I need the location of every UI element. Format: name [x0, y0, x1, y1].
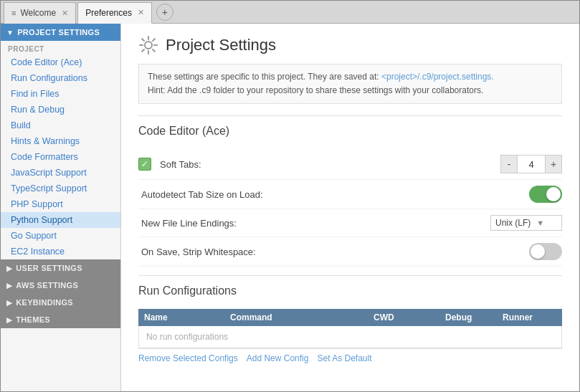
chevron-down-icon: ▼ [6, 29, 14, 37]
info-text-line1: These settings are specific to this proj… [148, 70, 553, 84]
tab-size-stepper: - 4 + [500, 155, 562, 173]
sidebar-item-code-formatters-label: Code Formatters [11, 152, 78, 162]
sidebar-item-find-in-files-label: Find in Files [11, 89, 59, 99]
tab-preferences[interactable]: Preferences ✕ [77, 2, 152, 24]
line-endings-dropdown[interactable]: Unix (LF) ▼ [490, 215, 562, 231]
info-box: These settings are specific to this proj… [138, 64, 562, 104]
sidebar-section-project-settings: ▼ PROJECT SETTINGS PROJECT Code Editor (… [1, 24, 120, 259]
sidebar-item-run-debug[interactable]: Run & Debug [1, 102, 120, 118]
soft-tabs-label: Soft Tabs: [157, 159, 500, 170]
strip-whitespace-label: On Save, Strip Whitespace: [138, 247, 529, 257]
gear-icon [138, 35, 158, 55]
soft-tabs-checkbox[interactable]: ✓ [138, 158, 151, 171]
sidebar-section-header-aws[interactable]: ▶ AWS SETTINGS [1, 277, 120, 294]
sidebar-item-code-editor[interactable]: Code Editor (Ace) [1, 54, 120, 70]
strip-whitespace-control [529, 243, 562, 260]
tab-welcome-label: Welcome [20, 8, 56, 18]
setting-row-line-endings: New File Line Endings: Unix (LF) ▼ [138, 209, 562, 237]
col-runner: Runner [503, 312, 574, 322]
stepper-decrement-button[interactable]: - [501, 156, 517, 173]
toggle-knob [546, 187, 561, 201]
remove-selected-configs-link[interactable]: Remove Selected Configs [138, 353, 238, 363]
sidebar-item-go-support[interactable]: Go Support [1, 228, 120, 244]
chevron-right-icon-themes: ▶ [6, 316, 12, 324]
col-command: Command [230, 312, 374, 322]
section-title-code-editor: Code Editor (Ace) [138, 125, 562, 138]
tab-bar: ≡ Welcome ✕ Preferences ✕ + [1, 1, 579, 24]
sidebar-section-header-project[interactable]: ▼ PROJECT SETTINGS [1, 24, 120, 41]
minus-icon: - [508, 158, 511, 170]
sidebar-item-find-in-files[interactable]: Find in Files [1, 86, 120, 102]
page-title: Project Settings [166, 36, 276, 54]
tab-welcome[interactable]: ≡ Welcome ✕ [4, 2, 76, 24]
sidebar-item-php-support-label: PHP Support [11, 199, 63, 209]
autodetect-control [529, 186, 562, 203]
stepper-control: - 4 + [500, 155, 562, 173]
stepper-increment-button[interactable]: + [546, 156, 561, 173]
run-config-table-header: Name Command CWD Debug Runner Default [138, 309, 562, 326]
stepper-value[interactable]: 4 [517, 156, 546, 173]
line-endings-label: New File Line Endings: [138, 218, 490, 229]
app-container: ≡ Welcome ✕ Preferences ✕ + ▼ PROJECT SE… [0, 0, 580, 392]
welcome-tab-icon: ≡ [11, 9, 16, 17]
info-hint: Hint: Add the .c9 folder to your reposit… [148, 84, 553, 97]
add-new-config-link[interactable]: Add New Config [247, 353, 309, 363]
col-name: Name [144, 312, 230, 322]
setting-row-strip-whitespace: On Save, Strip Whitespace: [138, 237, 562, 267]
set-as-default-link[interactable]: Set As Default [317, 353, 371, 363]
run-config-empty-message: No run configurations [138, 326, 562, 348]
sidebar-item-python-support-label: Python Support [11, 215, 72, 225]
tab-preferences-label: Preferences [85, 8, 132, 18]
strip-whitespace-toggle[interactable] [529, 243, 562, 260]
chevron-right-icon-aws: ▶ [6, 282, 12, 290]
chevron-right-icon: ▶ [6, 264, 12, 272]
sidebar-section-aws-label: AWS SETTINGS [16, 281, 78, 290]
dropdown-arrow-icon: ▼ [536, 219, 544, 227]
info-path: <project>/.c9/project.settings. [381, 72, 494, 82]
col-default: Default [574, 312, 579, 322]
sidebar-item-typescript-support[interactable]: TypeScript Support [1, 181, 120, 196]
content-area: Project Settings These settings are spec… [121, 24, 579, 391]
sidebar-section-aws-settings: ▶ AWS SETTINGS [1, 277, 120, 294]
sidebar-item-code-editor-label: Code Editor (Ace) [11, 57, 82, 67]
sidebar-item-run-configurations[interactable]: Run Configurations [1, 70, 120, 86]
sidebar-item-go-support-label: Go Support [11, 231, 57, 241]
tab-welcome-close[interactable]: ✕ [62, 9, 68, 18]
sidebar-section-keybindings: ▶ KEYBINDINGS [1, 294, 120, 311]
empty-text: No run configurations [146, 332, 228, 342]
setting-row-soft-tabs: ✓ Soft Tabs: - 4 + [138, 149, 562, 180]
sidebar-section-keybindings-label: KEYBINDINGS [16, 298, 73, 307]
sidebar: ▼ PROJECT SETTINGS PROJECT Code Editor (… [1, 24, 121, 391]
sidebar-item-build[interactable]: Build [1, 118, 120, 133]
content-inner: Project Settings These settings are spec… [121, 24, 579, 379]
autodetect-toggle[interactable] [529, 186, 562, 203]
tab-add-button[interactable]: + [156, 4, 173, 21]
sidebar-item-ec2-instance[interactable]: EC2 Instance [1, 244, 120, 259]
sidebar-item-python-support[interactable]: Python Support [1, 212, 120, 228]
sidebar-item-javascript-support[interactable]: JavaScript Support [1, 165, 120, 181]
sidebar-section-user-label: USER SETTINGS [16, 264, 82, 272]
sidebar-section-header-user[interactable]: ▶ USER SETTINGS [1, 259, 120, 277]
sidebar-section-themes-label: THEMES [16, 315, 50, 324]
sidebar-item-run-debug-label: Run & Debug [11, 105, 65, 115]
sidebar-section-header-keybindings[interactable]: ▶ KEYBINDINGS [1, 294, 120, 311]
sidebar-section-header-themes[interactable]: ▶ THEMES [1, 311, 120, 328]
section-divider-2 [138, 275, 562, 276]
sidebar-item-code-formatters[interactable]: Code Formatters [1, 149, 120, 165]
sidebar-item-javascript-support-label: JavaScript Support [11, 168, 87, 178]
sidebar-item-php-support[interactable]: PHP Support [1, 196, 120, 212]
tab-preferences-close[interactable]: ✕ [138, 8, 144, 17]
line-endings-control: Unix (LF) ▼ [490, 215, 562, 231]
toggle-knob-off [531, 244, 545, 259]
col-debug: Debug [445, 312, 503, 322]
sidebar-section-user-settings: ▶ USER SETTINGS [1, 259, 120, 277]
sidebar-group-project-label: PROJECT [1, 41, 120, 54]
sidebar-item-ec2-instance-label: EC2 Instance [11, 247, 65, 257]
sidebar-item-hints-warnings[interactable]: Hints & Warnings [1, 133, 120, 149]
soft-tabs-control: ✓ [138, 158, 157, 171]
info-text: These settings are specific to this proj… [148, 72, 379, 82]
chevron-right-icon-key: ▶ [6, 299, 12, 307]
sidebar-item-typescript-support-label: TypeScript Support [11, 183, 87, 193]
autodetect-label: Autodetect Tab Size on Load: [138, 189, 529, 200]
sidebar-section-project-label: PROJECT SETTINGS [17, 28, 100, 37]
